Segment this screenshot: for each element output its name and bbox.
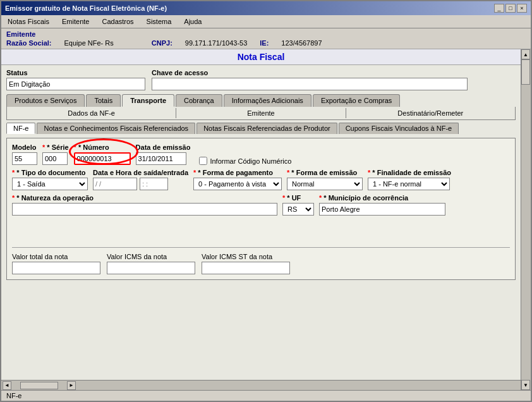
data-hora-date-input[interactable] bbox=[93, 178, 137, 190]
menu-emitente[interactable]: Emitente bbox=[58, 16, 93, 27]
dados-nfe-label: Dados da NF-e bbox=[7, 108, 176, 118]
sub-tab-notas-ref[interactable]: Notas e Conhecimentos Fiscais Referencia… bbox=[37, 123, 195, 134]
tipo-doc-select[interactable]: 1 - Saída bbox=[12, 178, 88, 190]
status-bar: NF-e bbox=[1, 390, 531, 401]
nfe-sub-tabs: NF-e Notas e Conhecimentos Fiscais Refer… bbox=[6, 123, 516, 134]
finalidade-field: * Finalidade de emissão 1 - NF-e normal bbox=[368, 169, 451, 190]
valores-row: Valor total da nota Valor ICMS da nota V… bbox=[12, 247, 510, 274]
sub-tab-cupons[interactable]: Cupons Fiscais Vinculados à NF-e bbox=[339, 123, 459, 134]
municipio-input[interactable] bbox=[319, 203, 445, 216]
tab-totais[interactable]: Totais bbox=[86, 94, 121, 107]
numero-input[interactable] bbox=[74, 152, 131, 165]
menu-cadastros[interactable]: Cadastros bbox=[98, 16, 137, 27]
valor-total-label: Valor total da nota bbox=[12, 253, 100, 260]
h-scroll-left[interactable]: ◄ bbox=[3, 381, 11, 390]
tipo-doc-label: * Tipo do documento bbox=[12, 169, 88, 176]
data-hora-inputs bbox=[93, 178, 188, 190]
chave-group: Chave de acesso bbox=[152, 69, 468, 90]
close-button[interactable]: × bbox=[517, 4, 527, 13]
v-scrollbar: ▲ ▼ bbox=[521, 49, 531, 390]
informar-codigo-checkbox[interactable] bbox=[199, 157, 207, 165]
status-input[interactable] bbox=[6, 78, 145, 90]
modelo-input[interactable] bbox=[12, 152, 37, 165]
tab-exportacao[interactable]: Exportação e Compras bbox=[313, 94, 401, 107]
emitente-bar: Emitente Razão Social: Equipe NFe- Rs CN… bbox=[1, 28, 531, 49]
chave-input[interactable] bbox=[152, 78, 468, 90]
h-scrollbar: ◄ ► bbox=[1, 380, 521, 390]
maximize-button[interactable]: □ bbox=[505, 4, 516, 13]
valor-icms-input[interactable] bbox=[107, 262, 195, 274]
cnpj-label: CNPJ: bbox=[152, 39, 172, 47]
v-scroll-down[interactable]: ▼ bbox=[521, 380, 530, 390]
valor-total-input[interactable] bbox=[12, 262, 100, 274]
sub-tab-nfe[interactable]: NF-e bbox=[6, 123, 35, 134]
razao-social-label: Razão Social: bbox=[6, 39, 52, 47]
form-row-3: * Natureza da operação * UF RS * Municíp… bbox=[12, 194, 510, 216]
emitente-info: Razão Social: Equipe NFe- Rs CNPJ: 99.17… bbox=[6, 39, 526, 47]
forma-pgto-field: * Forma de pagamento 0 - Pagamento à vis… bbox=[193, 169, 282, 190]
content-panel: Status Chave de acesso Produtos e Serviç… bbox=[1, 65, 521, 380]
valor-total-field: Valor total da nota bbox=[12, 253, 100, 274]
municipio-label: * Município de ocorrência bbox=[319, 194, 445, 202]
h-scroll-thumb[interactable] bbox=[20, 382, 58, 389]
v-scroll-thumb[interactable] bbox=[521, 59, 530, 85]
serie-input[interactable] bbox=[42, 152, 68, 165]
valores-section: Valor total da nota Valor ICMS da nota V… bbox=[12, 247, 510, 274]
numero-field: * Número bbox=[74, 143, 131, 165]
finalidade-label: * Finalidade de emissão bbox=[368, 169, 451, 176]
forma-emissao-select[interactable]: Normal bbox=[287, 178, 363, 190]
menu-ajuda[interactable]: Ajuda bbox=[180, 16, 205, 27]
tab-cobranca[interactable]: Cobrança bbox=[176, 94, 222, 107]
uf-label: * UF bbox=[282, 194, 314, 202]
forma-emissao-field: * Forma de emissão Normal bbox=[287, 169, 363, 190]
finalidade-select[interactable]: 1 - NF-e normal bbox=[368, 178, 450, 190]
tab-produtos[interactable]: Produtos e Serviços bbox=[6, 94, 85, 107]
chave-label: Chave de acesso bbox=[152, 69, 468, 76]
status-chave-row: Status Chave de acesso bbox=[6, 69, 516, 90]
ie-value: 123/4567897 bbox=[281, 39, 322, 47]
emitente-label: Emitente bbox=[6, 30, 35, 38]
razao-social-value: Equipe NFe- Rs bbox=[64, 39, 114, 47]
h-scroll-right[interactable]: ► bbox=[67, 381, 76, 390]
title-bar: Emissor gratuito de Nota Fiscal Eletrôni… bbox=[1, 1, 531, 15]
minimize-button[interactable]: _ bbox=[494, 4, 504, 13]
valor-icms-label: Valor ICMS da nota bbox=[107, 253, 195, 260]
sub-tab-notas-produtor[interactable]: Notas Fiscais Referenciadas de Produtor bbox=[196, 123, 337, 134]
status-group: Status bbox=[6, 69, 145, 90]
data-emissao-label: Data de emissão bbox=[136, 143, 191, 151]
window-title: Emissor gratuito de Nota Fiscal Eletrôni… bbox=[5, 4, 167, 12]
form-row-2: * Tipo do documento 1 - Saída Data e Hor… bbox=[12, 169, 510, 190]
data-emissao-input[interactable] bbox=[136, 152, 186, 165]
menu-sistema[interactable]: Sistema bbox=[143, 16, 176, 27]
informar-codigo-label: Informar Código Numérico bbox=[210, 157, 291, 165]
informar-codigo-row: Informar Código Numérico bbox=[199, 157, 291, 165]
status-label: Status bbox=[6, 69, 145, 76]
nota-fiscal-header: Nota Fiscal bbox=[1, 49, 521, 65]
municipio-field: * Município de ocorrência bbox=[319, 194, 445, 216]
valor-icms-st-label: Valor ICMS ST da nota bbox=[202, 253, 290, 260]
modelo-field: Modelo bbox=[12, 143, 37, 165]
forma-emissao-label: * Forma de emissão bbox=[287, 169, 363, 176]
tipo-doc-field: * Tipo do documento 1 - Saída bbox=[12, 169, 88, 190]
main-tabs: Produtos e Serviços Totais Transporte Co… bbox=[6, 94, 516, 120]
ie-label: IE: bbox=[260, 39, 269, 47]
tab-transporte[interactable]: Transporte bbox=[122, 94, 174, 107]
nota-fiscal-title: Nota Fiscal bbox=[238, 52, 285, 62]
form-row-1: Modelo * Série * Número bbox=[12, 143, 510, 165]
data-hora-time-input[interactable] bbox=[140, 178, 168, 190]
menu-notas-fiscais[interactable]: Notas Fiscais bbox=[4, 16, 53, 27]
serie-field: * Série bbox=[42, 143, 69, 165]
serie-label: * Série bbox=[42, 143, 69, 151]
natureza-input[interactable] bbox=[12, 203, 277, 216]
main-window: Emissor gratuito de Nota Fiscal Eletrôni… bbox=[0, 0, 532, 402]
v-scroll-up[interactable]: ▲ bbox=[521, 49, 530, 59]
forma-pgto-label: * Forma de pagamento bbox=[193, 169, 282, 176]
menu-bar: Notas Fiscais Emitente Cadastros Sistema… bbox=[1, 15, 531, 28]
destinatario-label: Destinatário/Remeter bbox=[346, 108, 515, 118]
forma-pgto-select[interactable]: 0 - Pagamento à vista bbox=[193, 178, 282, 190]
tab-info-adicionais[interactable]: Informações Adicionais bbox=[224, 94, 311, 107]
main-content-area: Nota Fiscal Status Chave de acesso bbox=[1, 49, 531, 390]
uf-select[interactable]: RS bbox=[282, 203, 314, 216]
valor-icms-st-input[interactable] bbox=[202, 262, 290, 274]
v-scroll-track bbox=[521, 59, 531, 380]
